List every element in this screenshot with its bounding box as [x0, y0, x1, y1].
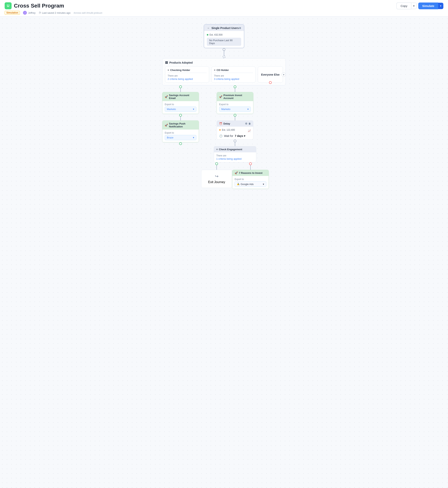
checking-label: Checking Holder	[170, 69, 190, 72]
avatar: J	[23, 11, 27, 15]
export-label-reasons: Export to	[235, 178, 266, 181]
entry-gear-icon[interactable]	[239, 26, 241, 30]
clock-icon: ⏱	[39, 11, 41, 14]
exit-branch: ↪ Exit Journey	[201, 162, 232, 189]
simulation-badge: Simulation	[5, 11, 20, 15]
savings-push-header: 🚀 Savings Push Notification	[162, 121, 199, 130]
cd-criteria-link[interactable]: 3 criteria being applied	[214, 77, 253, 80]
header: U Cross Sell Program Copy ▾ Simulate ▾ S…	[0, 0, 448, 17]
marketo-select-2[interactable]: Marketo ▾	[219, 107, 251, 112]
everyone-else-label: Everyone Else	[261, 73, 280, 76]
export-label-push: Export to	[165, 132, 196, 134]
braze-select[interactable]: Braze ▾	[165, 135, 196, 140]
savings-email-header: 🚀 Savings Account Email	[162, 92, 199, 101]
last-saved: ⏱ Last saved 2 minutes ago	[39, 11, 71, 14]
split-card-checking-body: There are 2 criteria being applied	[168, 74, 207, 80]
lines-icon-check: ≡	[216, 148, 218, 151]
app-icon: U	[5, 2, 12, 9]
add-branch-button[interactable]: +	[281, 73, 286, 77]
header-actions: Copy ▾ Simulate ▾	[396, 2, 443, 9]
entry-filter-pill[interactable]: No Purchase Last 90 Days	[207, 38, 241, 46]
header-meta: Simulation J Jeffrey ⏱ Last saved 2 minu…	[5, 11, 443, 16]
chart-icon-delay[interactable]	[248, 129, 251, 132]
split-header: 🖼 Products Adopted	[165, 61, 283, 64]
connector-entry-split	[223, 48, 225, 58]
chevron-down-icon: ▾	[413, 4, 415, 7]
delay-days[interactable]: 7 days ▾	[235, 134, 245, 137]
savings-email-node[interactable]: 🚀 Savings Account Email Export to Market…	[162, 92, 199, 114]
delay-wait: 🕐 Wait for 7 days ▾	[219, 134, 251, 137]
premium-invest-body: Export to Marketo ▾	[217, 101, 253, 114]
savings-push-node[interactable]: 🚀 Savings Push Notification Export to Br…	[162, 120, 199, 142]
checking-action-col: 🚀 Savings Account Email Export to Market…	[162, 85, 199, 145]
action-row-1: 🚀 Savings Account Email Export to Market…	[162, 85, 286, 189]
check-title: Check Engagement	[219, 148, 242, 151]
google-ads-select[interactable]: Google Ads ▾	[235, 181, 266, 187]
delay-header: ⏰ Delay	[217, 121, 253, 127]
entry-node[interactable]: → Single Product Users Est. 432,500 No P…	[204, 24, 244, 48]
rocket-icon-premium: 🚀	[219, 95, 222, 98]
dot-top	[223, 48, 225, 51]
dot-grey-delay-bottom	[234, 140, 236, 142]
copy-dropdown-button[interactable]: ▾	[411, 3, 417, 9]
dot-everyone-else-bottom	[269, 81, 272, 84]
entry-title: Single Product Users	[211, 26, 239, 30]
reasons-invest-node[interactable]: 🚀 7 Reasons to Invest Export to	[232, 170, 269, 189]
delay-node[interactable]: ⏰ Delay Est. 122,400	[217, 120, 253, 140]
copy-button[interactable]: Copy	[396, 2, 411, 9]
user-info: J Jeffrey	[23, 11, 36, 15]
chevron-down-icon: ▾	[440, 4, 441, 7]
everyone-else-card[interactable]: Everyone Else +	[258, 66, 283, 83]
line-checking	[180, 88, 181, 92]
simulate-button[interactable]: Simulate	[418, 2, 438, 9]
check-engagement-node[interactable]: ≡ Check Engagement There are 1 criteria …	[214, 146, 256, 162]
exit-node[interactable]: ↪ Exit Journey	[201, 170, 232, 188]
line-v	[224, 51, 224, 56]
chevron-days: ▾	[244, 134, 245, 137]
gear-icon-delay[interactable]	[245, 122, 247, 125]
marketo-select-1[interactable]: Marketo ▾	[165, 107, 196, 112]
check-branches: ↪ Exit Journey 🚀 7 Reasons to Invest	[201, 162, 269, 189]
reasons-title: 7 Reasons to Invest	[239, 172, 263, 174]
split-card-checking[interactable]: ≡ Checking Holder There are 2 criteria b…	[165, 66, 209, 83]
lines-icon: ≡	[168, 69, 169, 72]
trash-icon-delay[interactable]	[248, 122, 251, 125]
simulate-dropdown-button[interactable]: ▾	[438, 3, 443, 9]
split-card-cd-header: ≡ CD Holder	[214, 69, 253, 73]
checking-criteria-link[interactable]: 2 criteria being applied	[168, 77, 207, 80]
export-label-1: Export to	[165, 103, 196, 106]
premium-invest-node[interactable]: 🚀 Premium Invest Account Export to Marke…	[217, 92, 253, 114]
canvas: → Single Product Users Est. 432,500 No P…	[0, 17, 448, 488]
export-label-premium: Export to	[219, 103, 251, 106]
entry-est: Est. 432,500	[207, 33, 223, 36]
cd-label: CD Holder	[217, 69, 229, 72]
dot-green-cd-mid	[234, 114, 236, 116]
chevron-icon: ▾	[193, 108, 194, 111]
rocket-icon-savings: 🚀	[165, 95, 168, 98]
split-title: Products Adopted	[169, 61, 193, 64]
premium-invest-title: Premium Invest Account	[224, 94, 251, 99]
check-header: ≡ Check Engagement	[214, 146, 256, 152]
rocket-icon-push: 🚀	[165, 124, 168, 127]
page-title: Cross Sell Program	[14, 3, 64, 9]
header-left: U Cross Sell Program	[5, 2, 64, 9]
lines-icon-2: ≡	[214, 69, 216, 72]
split-cols: ≡ Checking Holder There are 2 criteria b…	[165, 66, 283, 83]
conn-checking	[179, 85, 182, 92]
check-criteria-link[interactable]: 1 criteria being applied	[216, 157, 254, 160]
reasons-branch: 🚀 7 Reasons to Invest Export to	[232, 162, 269, 189]
entry-section: → Single Product Users Est. 432,500 No P…	[204, 24, 244, 58]
split-card-cd[interactable]: ≡ CD Holder There are 3 criteria being a…	[211, 66, 256, 83]
cd-action-col: 🚀 Premium Invest Account Export to Marke…	[201, 85, 269, 189]
tags: #cross-sell #multi-prdouct	[73, 11, 102, 14]
entry-icon: →	[207, 26, 209, 30]
username: Jeffrey	[28, 11, 36, 14]
exit-icon: ↪	[215, 174, 218, 179]
chevron-icon-braze: ▾	[193, 136, 194, 139]
savings-email-body: Export to Marketo ▾	[162, 101, 199, 114]
reasons-invest-body: Export to Google Ads	[232, 176, 269, 189]
savings-email-title: Savings Account Email	[169, 94, 196, 99]
split-icon: 🖼	[165, 61, 168, 64]
split-card-cd-body: There are 3 criteria being applied	[214, 74, 253, 80]
savings-push-body: Export to Braze ▾	[162, 130, 199, 142]
